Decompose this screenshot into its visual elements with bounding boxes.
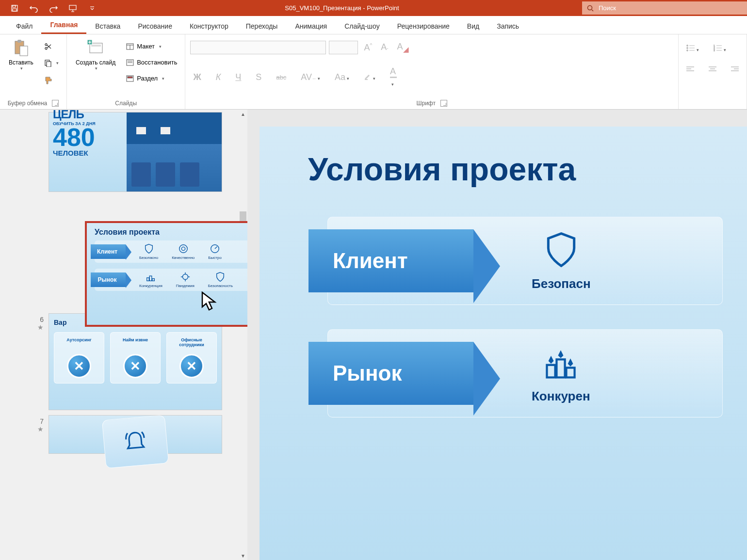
thumb6-card3: Офисные сотрудники bbox=[169, 337, 214, 348]
slide-canvas[interactable]: Условия проекта Клиент Безопасн Рынок Ко… bbox=[247, 110, 747, 560]
badge-icon bbox=[178, 243, 189, 254]
tag-market[interactable]: Рынок bbox=[309, 342, 473, 405]
svg-rect-65 bbox=[547, 365, 555, 378]
svg-rect-57 bbox=[147, 278, 149, 281]
tab-view[interactable]: Вид bbox=[458, 18, 488, 34]
decrease-font-button[interactable]: Aˇ bbox=[378, 41, 391, 54]
italic-button[interactable]: К bbox=[213, 71, 224, 83]
char-spacing-button[interactable]: AV↔▾ bbox=[298, 71, 323, 83]
row-market[interactable]: Рынок Конкурен bbox=[327, 329, 723, 417]
shield-icon bbox=[215, 272, 226, 282]
clear-format-button[interactable]: A◢ bbox=[394, 41, 412, 55]
layout-button[interactable]: Макет▾ bbox=[123, 41, 180, 52]
new-slide-button[interactable]: Создать слайд▾ bbox=[72, 37, 119, 73]
slide-number-7: 7 bbox=[40, 417, 44, 425]
section-button[interactable]: Раздел▾ bbox=[123, 73, 180, 84]
svg-text:3: 3 bbox=[714, 49, 715, 51]
font-color-button[interactable]: A▾ bbox=[387, 65, 400, 89]
clipboard-group-label: Буфер обмена bbox=[8, 100, 48, 107]
chevron-down-icon bbox=[90, 6, 95, 11]
slide-thumb-7[interactable]: 7★ bbox=[0, 413, 239, 456]
scroll-up-button[interactable]: ▲ bbox=[239, 110, 247, 118]
qat-customize-button[interactable] bbox=[82, 0, 102, 16]
search-icon bbox=[587, 5, 594, 12]
tab-insert[interactable]: Вставка bbox=[86, 18, 129, 34]
svg-point-13 bbox=[45, 44, 47, 46]
current-slide[interactable]: Условия проекта Клиент Безопасн Рынок Ко… bbox=[260, 127, 747, 560]
icon-competition[interactable]: Конкурен bbox=[532, 343, 590, 404]
align-left-button[interactable] bbox=[683, 64, 697, 76]
slide-thumb-5[interactable]: ЦЕЛЬ ОБУЧИТЬ ЗА 2 ДНЯ 480 ЧЕЛОВЕК bbox=[0, 110, 239, 194]
reset-button[interactable]: Восстановить bbox=[123, 57, 180, 68]
tab-file[interactable]: Файл bbox=[7, 18, 41, 34]
thumb6-card2: Найм извне bbox=[123, 337, 148, 348]
bullets-button[interactable]: ▾ bbox=[683, 43, 702, 55]
tab-design[interactable]: Конструктор bbox=[181, 18, 237, 34]
align-right-button[interactable] bbox=[728, 64, 742, 76]
paste-button[interactable]: Вставить▾ bbox=[5, 37, 37, 73]
shadow-button[interactable]: S bbox=[253, 71, 264, 83]
icon-safety[interactable]: Безопасн bbox=[532, 230, 591, 291]
svg-line-14 bbox=[47, 45, 51, 48]
chevron-down-icon: ▾ bbox=[20, 66, 23, 71]
svg-line-15 bbox=[47, 45, 51, 48]
floating-slide-drag[interactable]: Условия проекта Клиент Безопасно Качеств… bbox=[85, 221, 247, 327]
svg-rect-30 bbox=[128, 77, 132, 78]
icon-competition-label: Конкурен bbox=[532, 389, 590, 404]
format-painter-button[interactable] bbox=[41, 74, 62, 86]
slide-number-6: 6 bbox=[40, 316, 44, 323]
tag-client[interactable]: Клиент bbox=[309, 229, 473, 292]
tab-draw[interactable]: Рисование bbox=[129, 18, 181, 34]
svg-rect-59 bbox=[152, 279, 155, 281]
numbering-icon: 123 bbox=[714, 45, 722, 51]
bold-button[interactable]: Ж bbox=[190, 71, 204, 83]
slide-thumbnail-panel[interactable]: ЦЕЛЬ ОБУЧИТЬ ЗА 2 ДНЯ 480 ЧЕЛОВЕК Услови… bbox=[0, 110, 247, 560]
quick-access-toolbar bbox=[0, 0, 102, 16]
underline-button[interactable]: Ч bbox=[232, 71, 244, 83]
font-launcher[interactable] bbox=[440, 100, 447, 107]
row-client[interactable]: Клиент Безопасн bbox=[327, 217, 723, 305]
slideshow-button[interactable] bbox=[63, 0, 82, 16]
redo-button[interactable] bbox=[44, 0, 63, 16]
new-slide-icon bbox=[87, 39, 104, 57]
slides-group-label: Слайды bbox=[115, 100, 137, 107]
change-case-button[interactable]: Aa▾ bbox=[332, 71, 352, 83]
increase-font-button[interactable]: A^ bbox=[361, 42, 375, 54]
chevron-down-icon: ▾ bbox=[95, 66, 97, 71]
podium-icon bbox=[541, 343, 580, 382]
floating-tag-client: Клиент bbox=[91, 244, 126, 259]
align-center-button[interactable] bbox=[706, 64, 719, 76]
scroll-down-button[interactable]: ▼ bbox=[239, 551, 247, 560]
strike-button[interactable]: abc bbox=[273, 73, 289, 82]
save-button[interactable] bbox=[5, 0, 24, 16]
font-name-combo[interactable] bbox=[190, 41, 326, 54]
clipboard-launcher[interactable] bbox=[52, 100, 59, 107]
cut-button[interactable] bbox=[41, 41, 62, 52]
podium-icon bbox=[146, 272, 156, 282]
reset-icon bbox=[126, 59, 134, 66]
tab-home[interactable]: Главная bbox=[41, 17, 86, 34]
copy-button[interactable]: ▾ bbox=[41, 57, 62, 69]
highlight-button[interactable]: ▾ bbox=[361, 71, 378, 83]
undo-button[interactable] bbox=[24, 0, 44, 16]
save-icon bbox=[11, 4, 18, 12]
tab-slideshow[interactable]: Слайд-шоу bbox=[336, 18, 389, 34]
slide-title[interactable]: Условия проекта bbox=[308, 151, 723, 188]
layout-icon bbox=[126, 43, 134, 50]
shield-icon bbox=[144, 243, 154, 254]
tab-animations[interactable]: Анимация bbox=[286, 18, 336, 34]
shield-icon bbox=[542, 230, 581, 269]
font-size-combo[interactable] bbox=[329, 41, 358, 54]
floating-title: Условия проекта bbox=[87, 223, 247, 240]
tab-review[interactable]: Рецензирование bbox=[389, 18, 458, 34]
numbering-button[interactable]: 123▾ bbox=[711, 43, 729, 55]
chevron-down-icon: ▾ bbox=[347, 76, 349, 81]
chevron-down-icon: ▾ bbox=[697, 48, 699, 52]
tab-record[interactable]: Запись bbox=[488, 18, 528, 34]
svg-rect-11 bbox=[20, 46, 28, 56]
tab-transitions[interactable]: Переходы bbox=[237, 18, 287, 34]
search-box[interactable]: Поиск bbox=[582, 1, 747, 15]
chevron-down-icon: ▾ bbox=[318, 76, 320, 81]
new-slide-label: Создать слайд bbox=[76, 59, 115, 66]
thumbnail-scrollbar[interactable]: ▲ ▼ bbox=[239, 110, 247, 560]
